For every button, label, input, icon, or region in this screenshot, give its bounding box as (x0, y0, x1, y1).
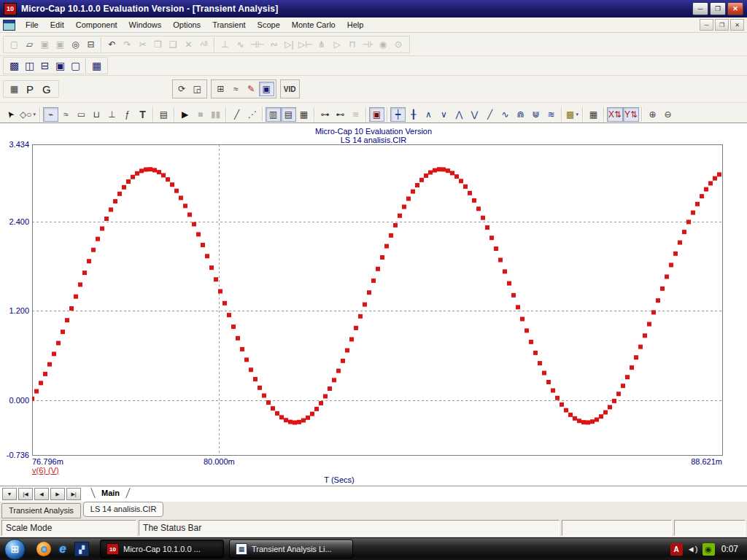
print-preview-icon[interactable]: ◎ (68, 37, 83, 52)
run-icon[interactable]: ▶ (177, 107, 193, 122)
scope-zoom-window-icon[interactable]: ◲ (190, 82, 205, 96)
undo-icon[interactable]: ↶ (104, 37, 120, 52)
p-mode-button[interactable]: P (22, 81, 38, 97)
line-mode-icon[interactable]: ╱ (229, 107, 244, 122)
y-axis-scale-icon[interactable]: Y⇅ (623, 107, 639, 122)
mdi-restore-button[interactable]: ❐ (715, 19, 729, 31)
numeric-output-icon[interactable]: ▦ (586, 107, 601, 122)
slope-icon[interactable]: ╱ (482, 107, 498, 122)
firefox-icon[interactable] (36, 542, 51, 556)
menu-windows[interactable]: Windows (123, 18, 168, 31)
vertical-grid-icon[interactable]: ▥ (266, 107, 281, 122)
toolbar-separator (365, 107, 367, 122)
cursor-mode-icon-glyph: ▣ (373, 110, 381, 119)
stacked-waveform-icon[interactable]: ≈ (58, 107, 74, 122)
new-window-icon[interactable]: ▢ (68, 58, 83, 73)
stepping-icon[interactable]: ⊞ (213, 82, 228, 96)
component-panel-icon[interactable]: ▦ (7, 82, 22, 96)
print-icon[interactable]: ⊟ (83, 37, 98, 52)
menu-help[interactable]: Help (341, 18, 370, 31)
minimize-button[interactable]: ─ (692, 2, 708, 15)
menu-scope[interactable]: Scope (252, 18, 286, 31)
menu-options[interactable]: Options (167, 18, 206, 31)
cascade-windows-icon[interactable]: ▩ (7, 58, 22, 73)
text-tool-icon[interactable]: T (135, 107, 150, 122)
legend-entry-v6[interactable]: v(6) (V) (32, 466, 59, 475)
analysis-limits-icon[interactable]: ≈ (228, 82, 244, 96)
tile-horizontal-icon[interactable]: ⊟ (37, 58, 53, 73)
page-list-dropdown-button[interactable]: ▼ (2, 488, 17, 500)
adobe-reader-icon[interactable]: A (670, 543, 683, 556)
select-arrow-icon[interactable]: ➤ (3, 107, 18, 122)
global-low-icon[interactable]: ⋓ (528, 107, 543, 122)
valley-icon[interactable]: ∨ (436, 107, 452, 122)
probe-icon[interactable]: ✎ (244, 82, 259, 96)
global-high-icon[interactable]: ⋒ (513, 107, 528, 122)
save-as-icon: ▣ (53, 37, 68, 52)
first-page-button[interactable]: |◀ (18, 488, 33, 500)
document-window-icon[interactable] (3, 20, 15, 31)
page-tab-main[interactable]: Main (88, 488, 133, 498)
last-page-button[interactable]: ▶| (66, 488, 81, 500)
overlap-windows-icon[interactable]: ▣ (53, 58, 68, 73)
zoom-out-icon[interactable]: ⊖ (660, 107, 676, 122)
menu-transient[interactable]: Transient (206, 18, 251, 31)
screen: 10 Micro-Cap 10.1.0.0 Evaluation Version… (0, 0, 747, 560)
horizontal-tag-icon[interactable]: ⊶ (317, 107, 333, 122)
envelope-icon[interactable]: ≋ (543, 107, 559, 122)
taskbar-button-micro-cap-10-1-0-0-[interactable]: 10Micro-Cap 10.1.0.0 ... (100, 540, 224, 559)
component-shapes-icon-dropdown[interactable]: ▾ (33, 112, 36, 117)
peak-icon[interactable]: ∧ (421, 107, 436, 122)
go-to-branch-icon[interactable]: ▩▾ (565, 107, 580, 122)
start-button[interactable]: ⊞ (4, 539, 26, 560)
function-curve-icon[interactable]: ƒ (120, 107, 135, 122)
mdi-minimize-button[interactable]: ─ (700, 19, 713, 31)
menu-component[interactable]: Component (70, 18, 123, 31)
prev-page-button[interactable]: ◀ (34, 488, 49, 500)
next-page-button[interactable]: ▶ (50, 488, 65, 500)
g-mode-button[interactable]: G (38, 81, 55, 97)
open-file-icon[interactable]: ▱ (22, 37, 37, 52)
y-axis-tick: 1.200 (0, 306, 29, 315)
cursor-mode-icon[interactable]: ▣ (369, 107, 384, 122)
nvidia-icon[interactable]: ◉ (703, 543, 715, 556)
taskbar-button-transient-analysis-li-[interactable]: ▦Transient Analysis Li... (229, 540, 353, 559)
low-icon[interactable]: ⋁ (467, 107, 482, 122)
dot-grid-icon[interactable]: ▦ (296, 107, 311, 122)
restore-button[interactable]: ❐ (710, 2, 726, 15)
menu-file[interactable]: File (20, 18, 44, 31)
data-point-mode-icon[interactable]: ⋰ (244, 107, 260, 122)
properties-icon[interactable]: ▤ (156, 107, 171, 122)
doc-tab-transient-analysis[interactable]: Transient Analysis (1, 503, 81, 518)
scope-probe-icon[interactable]: ⌁ (43, 107, 58, 122)
menu-edit[interactable]: Edit (44, 18, 70, 31)
internet-explorer-icon[interactable]: e (55, 542, 70, 556)
inflection-icon[interactable]: ∿ (498, 107, 513, 122)
high-icon[interactable]: ⋀ (452, 107, 467, 122)
plot-area[interactable] (0, 123, 747, 486)
component-shapes-icon[interactable]: ◇○▾ (18, 107, 37, 122)
toolbar-separator (85, 58, 87, 73)
go-to-branch-icon-dropdown[interactable]: ▾ (576, 112, 578, 117)
pin-digits-icon[interactable]: ⊥ (104, 107, 120, 122)
close-button[interactable]: ✕ (727, 2, 743, 15)
toolbar-separator (39, 107, 41, 122)
calculator-icon[interactable]: ▦ (89, 58, 104, 73)
zoom-in-icon[interactable]: ⊕ (645, 107, 660, 122)
left-cursor-icon[interactable]: ┿ (390, 107, 406, 122)
vertical-tag-icon[interactable]: ⊷ (333, 107, 348, 122)
doc-tab-ls-14-analisis-cir[interactable]: LS 14 analisis.CIR (83, 502, 164, 517)
zoom-region-icon[interactable]: ▭ (74, 107, 89, 122)
mdi-close-button[interactable]: ✕ (730, 19, 744, 31)
right-cursor-icon[interactable]: ╂ (406, 107, 421, 122)
scale-region-icon[interactable]: ⊔ (89, 107, 104, 122)
menu-monte-carlo[interactable]: Monte Carlo (286, 18, 341, 31)
x-axis-scale-icon[interactable]: X⇅ (607, 107, 623, 122)
volume-icon[interactable]: ◄) (686, 543, 699, 556)
tile-vertical-icon[interactable]: ◫ (22, 58, 37, 73)
vi-probe-icon[interactable]: VID (282, 82, 298, 96)
plot-window-icon[interactable]: ▣ (259, 82, 274, 96)
animate-options-icon[interactable]: ⟳ (174, 82, 190, 96)
quick-launch-app-icon[interactable]: ▞ (74, 542, 89, 556)
horizontal-grid-icon[interactable]: ▤ (281, 107, 296, 122)
